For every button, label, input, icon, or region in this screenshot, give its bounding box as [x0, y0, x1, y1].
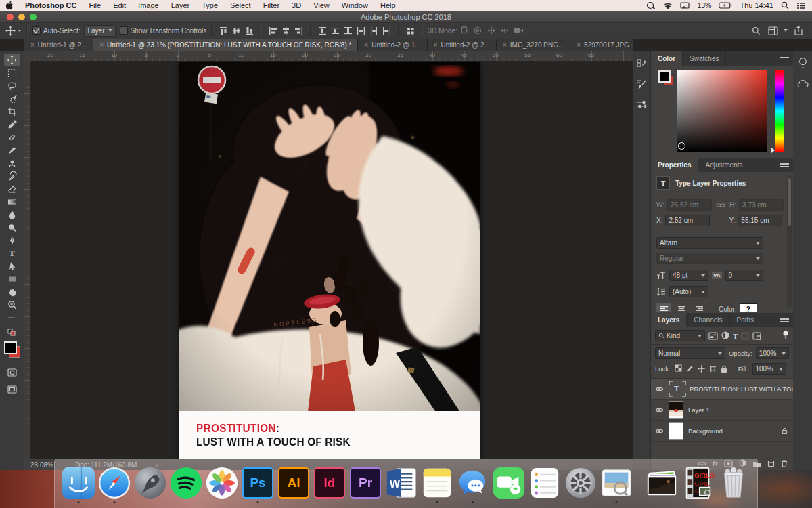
clone-source-panel-icon[interactable] [636, 99, 647, 110]
visibility-eye-icon[interactable] [655, 407, 664, 413]
foreground-color-swatch[interactable] [4, 341, 17, 354]
blur-tool[interactable] [4, 208, 20, 221]
align-horizontal-centers-icon[interactable] [281, 26, 290, 35]
close-tab-icon[interactable]: × [503, 41, 507, 49]
image-layer-thumbnail[interactable] [669, 401, 683, 419]
background-lock-icon[interactable] [782, 427, 788, 435]
dock-reminders-icon[interactable] [528, 466, 562, 500]
align-bottom-edges-icon[interactable] [245, 26, 254, 35]
lock-all-icon[interactable] [721, 365, 727, 373]
default-colors-icon[interactable] [7, 326, 16, 339]
tool-preset-chevron-icon[interactable] [18, 30, 22, 32]
dodge-tool[interactable] [4, 221, 20, 234]
dock-word-icon[interactable]: W [384, 466, 418, 500]
learn-lightbulb-icon[interactable] [798, 57, 808, 69]
dock-preview-icon[interactable] [600, 466, 633, 500]
menu-edit[interactable]: Edit [107, 1, 132, 9]
3d-orbit-icon[interactable] [459, 26, 469, 35]
lock-artboard-icon[interactable] [709, 365, 717, 373]
menu-image[interactable]: Image [132, 1, 165, 9]
visibility-eye-icon[interactable] [655, 386, 664, 392]
distribute-bottom-icon[interactable] [344, 26, 353, 35]
minimize-window-button[interactable] [18, 14, 25, 20]
foreground-background-swatches[interactable] [4, 341, 20, 358]
filter-pixel-layers-icon[interactable] [708, 332, 718, 340]
x-field[interactable]: 2.52 cm [665, 215, 710, 226]
align-center-button[interactable] [674, 303, 689, 312]
wifi-icon[interactable] [663, 2, 673, 9]
eyedropper-tool[interactable] [4, 118, 20, 131]
pasteboard[interactable]: HOPELESS PROSTITUTION: LUST WITH A TOUCH… [30, 61, 633, 459]
close-tab-icon[interactable]: × [434, 41, 438, 49]
dock-facetime-icon[interactable] [492, 466, 526, 500]
text-layer-thumbnail[interactable]: T [669, 381, 685, 397]
tab-color[interactable]: Color [651, 51, 683, 66]
distribute-spacing-icon[interactable] [406, 26, 415, 35]
brush-settings-panel-icon[interactable] [636, 79, 647, 89]
type-tool[interactable]: T [4, 247, 20, 259]
distribute-vertical-centers-icon[interactable] [331, 26, 340, 35]
distribute-left-icon[interactable] [357, 26, 365, 35]
apple-menu-icon[interactable] [0, 1, 20, 10]
color-gradient-field[interactable] [677, 70, 767, 152]
dock-system-preferences-icon[interactable] [564, 466, 597, 500]
document-tab[interactable]: ×Untitled-2 @ 1... [358, 39, 427, 51]
blend-mode-dropdown[interactable]: Normal [655, 347, 725, 359]
share-icon[interactable] [794, 26, 803, 35]
filter-shape-layers-icon[interactable] [741, 332, 749, 340]
zoom-window-button[interactable] [30, 14, 37, 20]
menu-select[interactable]: Select [224, 1, 257, 9]
dock-photos-icon[interactable] [205, 466, 239, 500]
menubar-clock[interactable]: Thu 14:41 [740, 1, 773, 9]
delete-layer-icon[interactable] [781, 460, 788, 467]
text-color-swatch[interactable]: ? [740, 303, 757, 312]
close-window-button[interactable] [7, 14, 14, 20]
height-field[interactable]: 3.73 cm [739, 199, 784, 211]
notification-center-icon[interactable] [796, 2, 805, 9]
distribute-right-icon[interactable] [382, 26, 391, 35]
quick-selection-tool[interactable] [4, 92, 20, 105]
crop-tool[interactable] [4, 105, 20, 118]
quick-mask-icon[interactable] [4, 366, 20, 379]
document-tab-active[interactable]: ×Untitled-1 @ 23.1% (PROSTITUTION: LUST … [93, 39, 358, 51]
auto-select-checkbox[interactable] [32, 26, 41, 35]
menu-window[interactable]: Window [336, 1, 374, 9]
font-family-dropdown[interactable]: Alfarn [656, 237, 763, 249]
lock-transparency-icon[interactable] [675, 364, 682, 373]
move-tool[interactable] [4, 54, 20, 66]
3d-roll-icon[interactable] [473, 26, 482, 35]
dock-indesign-icon[interactable]: Id [313, 466, 346, 500]
clone-stamp-tool[interactable] [4, 156, 20, 169]
layer-row-text[interactable]: T PROSTITUTION: LUST WITH A TOU... [651, 379, 793, 400]
y-field[interactable]: 55.15 cm [738, 215, 782, 226]
edit-toolbar-ellipsis-icon[interactable]: ••• [4, 311, 20, 324]
visibility-eye-icon[interactable] [655, 428, 664, 434]
align-vertical-centers-icon[interactable] [232, 26, 241, 35]
3d-pan-icon[interactable] [487, 26, 496, 35]
dock-illustrator-icon[interactable]: Ai [277, 466, 311, 500]
workspace-switcher-icon[interactable] [768, 26, 778, 35]
background-layer-thumbnail[interactable] [669, 422, 683, 440]
zoom-tool[interactable] [4, 298, 20, 311]
dock-safari-icon[interactable] [97, 466, 131, 500]
document-canvas[interactable]: HOPELESS PROSTITUTION: LUST WITH A TOUCH… [179, 62, 480, 459]
properties-panel-menu-icon[interactable] [780, 162, 789, 168]
dock-downloads-stack-girls-poster[interactable]: GIRLSGIRLGI [681, 466, 715, 500]
leading-dropdown[interactable]: (Auto) [669, 286, 708, 297]
distribute-horizontal-centers-icon[interactable] [369, 26, 378, 35]
close-tab-icon[interactable]: × [364, 41, 368, 49]
opacity-dropdown[interactable]: 100% [756, 347, 789, 359]
eraser-tool[interactable] [4, 182, 20, 195]
color-fg-swatch[interactable] [658, 70, 671, 83]
brush-tool[interactable] [4, 144, 20, 156]
tab-paths[interactable]: Paths [730, 313, 762, 327]
healing-brush-tool[interactable] [4, 131, 20, 144]
dock-spotify-icon[interactable] [169, 466, 203, 500]
properties-scrollbar[interactable] [787, 175, 792, 308]
lasso-tool[interactable] [4, 79, 20, 92]
menu-layer[interactable]: Layer [165, 1, 196, 9]
history-brush-tool[interactable] [4, 169, 20, 182]
tab-swatches[interactable]: Swatches [683, 51, 726, 66]
menu-view[interactable]: View [307, 1, 336, 9]
filter-type-layers-icon[interactable]: T [733, 332, 738, 340]
